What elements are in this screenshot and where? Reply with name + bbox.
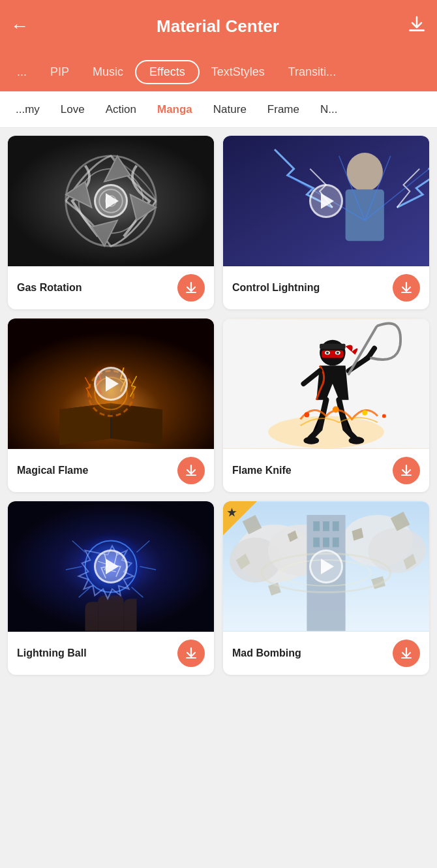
svg-point-36 [382, 414, 386, 418]
download-button[interactable] [177, 274, 205, 302]
card-mad-bombing: ★ Mad Bombing [223, 501, 429, 675]
tab-effects[interactable]: Effects [135, 60, 200, 84]
download-button[interactable] [393, 640, 420, 667]
play-button[interactable] [309, 550, 343, 583]
card-magical-flame: Magical Flame [8, 318, 214, 492]
svg-rect-0 [409, 29, 425, 31]
thumb-mad-bombing[interactable]: ★ [223, 501, 429, 632]
thumb-lightning-ball[interactable] [8, 501, 214, 632]
card-info: Lightning Ball [8, 632, 214, 675]
play-icon [106, 193, 119, 209]
thumb-flame-knife[interactable] [223, 318, 429, 449]
tab-transitions[interactable]: Transiti... [277, 60, 348, 84]
svg-rect-20 [186, 474, 196, 476]
card-title: Mad Bombing [232, 647, 301, 659]
header: ← Material Center [0, 0, 437, 52]
play-button[interactable] [94, 184, 128, 218]
svg-rect-9 [346, 189, 384, 241]
download-icon [399, 646, 414, 660]
effects-grid: Gas Rotation [0, 128, 437, 683]
cat-action[interactable]: Action [95, 98, 147, 121]
svg-rect-59 [323, 538, 329, 548]
svg-rect-60 [333, 538, 339, 548]
download-icon [399, 463, 414, 478]
thumb-magical-flame[interactable] [8, 318, 214, 449]
top-tabs: ... PIP Music Effects TextStyles Transit… [0, 52, 437, 91]
cat-frame[interactable]: Frame [257, 98, 310, 121]
tab-previous[interactable]: ... [5, 60, 38, 84]
card-title: Gas Rotation [17, 282, 82, 294]
svg-point-8 [347, 153, 383, 191]
card-flame-knife: Flame Knife [223, 318, 429, 492]
play-button[interactable] [94, 550, 128, 583]
svg-point-22 [268, 416, 384, 448]
card-lightning-ball: Lightning Ball [8, 501, 214, 675]
download-button[interactable] [177, 457, 205, 484]
download-button[interactable] [177, 640, 205, 667]
download-icon [184, 463, 198, 478]
svg-rect-63 [401, 657, 412, 659]
svg-point-53 [368, 528, 426, 573]
cat-my[interactable]: ...my [5, 98, 50, 121]
cat-nature[interactable]: Nature [203, 98, 257, 121]
card-info: Magical Flame [8, 449, 214, 492]
play-button[interactable] [94, 367, 128, 401]
play-icon [321, 559, 334, 574]
cat-manga[interactable]: Manga [147, 98, 203, 121]
back-button[interactable]: ← [10, 16, 29, 37]
thumb-control-lightning[interactable] [223, 136, 429, 266]
category-tabs: ...my Love Action Manga Nature Frame N..… [0, 91, 437, 128]
cat-love[interactable]: Love [50, 98, 95, 121]
play-button[interactable] [309, 184, 343, 218]
card-title: Flame Knife [232, 465, 292, 476]
tab-pip[interactable]: PIP [38, 60, 81, 84]
download-icon [399, 281, 414, 295]
svg-rect-6 [186, 292, 196, 293]
page-title: Material Center [29, 16, 407, 37]
svg-rect-37 [401, 474, 412, 476]
global-download-button[interactable] [407, 14, 427, 39]
svg-rect-57 [333, 521, 339, 531]
card-title: Lightning Ball [17, 647, 87, 659]
svg-point-34 [333, 407, 339, 413]
download-button[interactable] [393, 457, 420, 484]
card-info: Mad Bombing [223, 632, 429, 675]
tab-textstyles[interactable]: TextStyles [200, 60, 277, 84]
card-control-lightning: Control Lightning [223, 136, 429, 309]
download-icon [184, 281, 198, 295]
svg-point-31 [349, 437, 365, 444]
card-gas-rotation: Gas Rotation [8, 136, 214, 309]
card-info: Control Lightning [223, 266, 429, 309]
svg-rect-56 [323, 521, 329, 531]
download-icon [184, 646, 198, 660]
play-icon [106, 559, 119, 574]
svg-point-27 [326, 352, 329, 354]
svg-rect-55 [313, 521, 320, 531]
thumb-gas-rotation[interactable] [8, 136, 214, 266]
svg-point-33 [304, 412, 309, 417]
badge-icon: ★ [227, 506, 236, 519]
tab-music[interactable]: Music [81, 60, 135, 84]
svg-rect-47 [186, 657, 196, 659]
cat-next[interactable]: N... [310, 98, 348, 121]
svg-point-28 [337, 352, 339, 354]
card-title: Control Lightning [232, 282, 320, 294]
card-info: Gas Rotation [8, 266, 214, 309]
svg-rect-14 [401, 292, 412, 293]
svg-rect-29 [320, 344, 346, 349]
download-button[interactable] [393, 274, 420, 302]
play-icon [106, 376, 119, 392]
svg-point-35 [362, 410, 367, 415]
svg-rect-24 [322, 350, 344, 358]
svg-rect-58 [313, 538, 320, 548]
card-info: Flame Knife [223, 449, 429, 492]
svg-point-30 [303, 437, 319, 444]
card-title: Magical Flame [17, 465, 88, 476]
play-icon [321, 193, 334, 209]
